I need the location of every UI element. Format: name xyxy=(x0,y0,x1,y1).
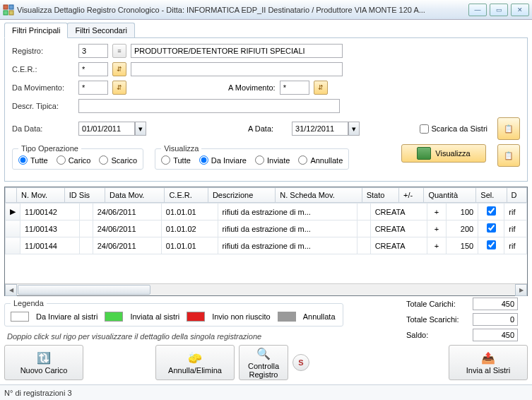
tot-scarichi-label: Totale Scarichi: xyxy=(406,315,467,324)
status-text: N° di registrazioni 3 xyxy=(4,389,72,397)
da-mov-input[interactable] xyxy=(78,81,108,95)
new-load-icon: 🔃 xyxy=(37,351,51,365)
clipboard-bottom-icon[interactable]: 📋 xyxy=(497,144,520,167)
radio-inviate[interactable]: Inviate xyxy=(255,155,290,165)
s-button[interactable]: S xyxy=(292,354,309,371)
scroll-thumb[interactable] xyxy=(18,285,150,295)
a-mov-label: A Movimento: xyxy=(228,83,276,92)
da-mov-label: Da Movimento: xyxy=(12,83,74,92)
radio-scarico[interactable]: Scarico xyxy=(99,155,137,165)
scarica-checkbox[interactable]: Scarica da Sistri xyxy=(420,124,487,134)
row-checkbox[interactable] xyxy=(487,223,496,233)
da-mov-lookup-icon[interactable]: ⇵ xyxy=(112,81,126,95)
cer-lookup-icon[interactable]: ⇵ xyxy=(112,62,126,76)
row-checkbox[interactable] xyxy=(487,240,496,249)
invia-sistri-button[interactable]: 📤Invia al Sistri xyxy=(449,345,528,380)
da-data-dropdown-icon[interactable]: ▾ xyxy=(135,122,146,136)
send-icon: 📤 xyxy=(481,351,495,365)
status-bar: N° di registrazioni 3 xyxy=(0,384,532,400)
descr-input[interactable] xyxy=(78,99,340,113)
erase-icon: 🧽 xyxy=(188,351,202,365)
horizontal-scrollbar[interactable]: ◀ ▶ xyxy=(5,283,527,295)
registro-desc-input[interactable] xyxy=(131,44,343,58)
a-data-input[interactable] xyxy=(292,122,348,136)
svg-rect-2 xyxy=(4,11,8,15)
cer-label: C.E.R.: xyxy=(12,65,74,73)
registro-lookup-icon[interactable]: ≡ xyxy=(112,44,126,58)
picture-icon xyxy=(417,147,431,160)
legend-box: Legenda Da Inviare al sistri Inviata al … xyxy=(4,299,343,327)
svg-rect-0 xyxy=(4,5,8,9)
a-mov-lookup-icon[interactable]: ⇵ xyxy=(314,81,328,95)
col-header[interactable]: N. Scheda Mov. xyxy=(276,188,362,203)
tipo-operazione-group: Tipo Operazione Tutte Carico Scarico xyxy=(12,144,143,170)
radio-tutte-viz[interactable]: Tutte xyxy=(161,155,191,165)
window-title: Visualizza Dettaglio Registro Cronologic… xyxy=(17,6,468,14)
scroll-left-icon[interactable]: ◀ xyxy=(5,284,17,296)
radio-tutte-op[interactable]: Tutte xyxy=(18,155,48,165)
tot-scarichi-value xyxy=(473,313,518,326)
row-checkbox[interactable] xyxy=(487,206,496,216)
app-icon xyxy=(3,4,14,16)
a-mov-input[interactable] xyxy=(280,81,309,95)
visualizza-button[interactable]: Visualizza xyxy=(401,144,486,163)
data-grid[interactable]: N. Mov.ID SisData Mov.C.E.R.DescrizioneN… xyxy=(4,187,528,296)
cer-input[interactable] xyxy=(78,62,108,76)
descr-label: Descr. Tipica: xyxy=(12,102,74,110)
annulla-elimina-button[interactable]: 🧽Annulla/Elimina xyxy=(155,345,235,380)
swatch-annullata xyxy=(278,312,296,322)
titlebar: Visualizza Dettaglio Registro Cronologic… xyxy=(0,0,532,20)
minimize-button[interactable]: — xyxy=(468,4,487,16)
col-header[interactable]: Sel. xyxy=(476,188,507,203)
swatch-da-inviare xyxy=(11,312,29,322)
col-header[interactable]: Descrizione xyxy=(208,188,275,203)
tab-filtri-principali[interactable]: Filtri Principali xyxy=(4,23,68,38)
col-header[interactable]: ID Sis xyxy=(64,188,105,203)
col-header[interactable]: N. Mov. xyxy=(17,188,65,203)
radio-carico[interactable]: Carico xyxy=(57,155,91,165)
tot-carichi-value xyxy=(473,298,518,310)
col-header[interactable]: +/- xyxy=(399,188,424,203)
radio-da-inviare[interactable]: Da Inviare xyxy=(199,155,247,165)
tab-filtri-secondari[interactable]: Filtri Secondari xyxy=(67,23,134,38)
col-header[interactable]: C.E.R. xyxy=(165,188,208,203)
radio-annullate[interactable]: Annullate xyxy=(298,155,343,165)
maximize-button[interactable]: ▭ xyxy=(490,4,508,16)
da-data-input[interactable] xyxy=(78,122,135,136)
saldo-label: Saldo: xyxy=(406,331,467,339)
table-row[interactable]: 11/0014424/06/201101.01.01rifiuti da est… xyxy=(6,237,527,254)
svg-rect-3 xyxy=(9,11,13,15)
svg-rect-1 xyxy=(9,5,13,9)
table-row[interactable]: ▶11/0014224/06/201101.01.01rifiuti da es… xyxy=(6,204,527,220)
nuovo-carico-button[interactable]: 🔃Nuovo Carico xyxy=(4,345,83,380)
col-header[interactable]: D xyxy=(507,188,526,203)
controlla-registro-button[interactable]: 🔍Controlla Registro xyxy=(239,345,288,380)
col-header[interactable]: Quantità xyxy=(424,188,476,203)
visualizza-group: Visualizza Tutte Da Inviare Inviate Annu… xyxy=(155,144,349,170)
close-button[interactable]: ✕ xyxy=(511,4,529,16)
da-data-label: Da Data: xyxy=(12,124,74,133)
swatch-fallito xyxy=(187,312,205,322)
a-data-dropdown-icon[interactable]: ▾ xyxy=(348,122,360,136)
check-registry-icon: 🔍 xyxy=(256,347,271,360)
a-data-label: A Data: xyxy=(248,124,273,133)
tot-carichi-label: Totale Carichi: xyxy=(406,300,467,308)
table-row[interactable]: 11/0014324/06/201101.01.02rifiuti da est… xyxy=(6,220,527,237)
registro-label: Registro: xyxy=(12,47,74,55)
saldo-value xyxy=(473,329,518,341)
col-header[interactable]: Data Mov. xyxy=(105,188,165,203)
col-header[interactable] xyxy=(6,188,17,203)
clipboard-top-icon[interactable]: 📋 xyxy=(497,117,520,140)
swatch-inviata xyxy=(105,312,123,322)
cer-desc-input[interactable] xyxy=(131,62,343,76)
col-header[interactable]: Stato xyxy=(362,188,398,203)
scroll-right-icon[interactable]: ▶ xyxy=(515,284,527,296)
registro-input[interactable] xyxy=(78,44,108,58)
